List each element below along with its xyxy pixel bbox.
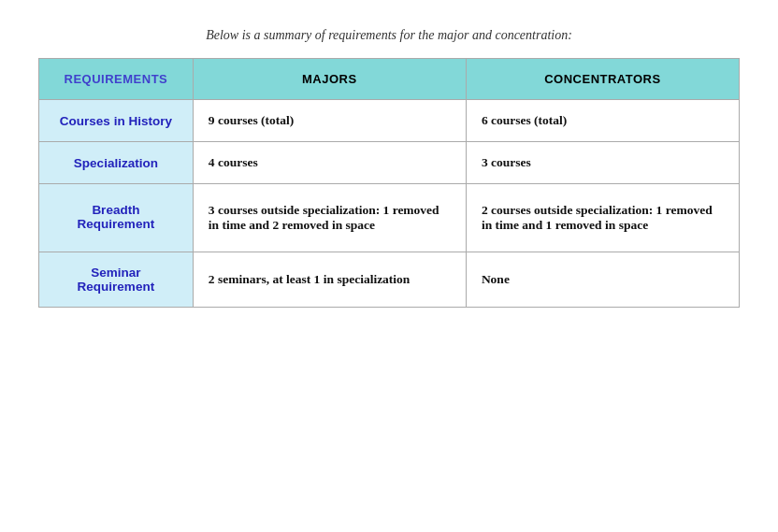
- row-label-specialization: Specialization: [39, 142, 194, 184]
- row-label-breadth: BreadthRequirement: [39, 184, 194, 252]
- row-label-courses: Courses in History: [39, 100, 194, 142]
- row-concentrators-seminar: None: [466, 252, 739, 308]
- header-requirements: REQUIREMENTS: [39, 59, 194, 100]
- row-majors-seminar: 2 seminars, at least 1 in specialization: [193, 252, 466, 308]
- header-majors: MAJORS: [193, 59, 466, 100]
- row-concentrators-breadth: 2 courses outside specialization: 1 remo…: [466, 184, 739, 252]
- row-majors-specialization: 4 courses: [193, 142, 466, 184]
- table-row: BreadthRequirement 3 courses outside spe…: [39, 184, 740, 252]
- table-row: Specialization 4 courses 3 courses: [39, 142, 740, 184]
- table-header-row: REQUIREMENTS MAJORS CONCENTRATORS: [39, 59, 740, 100]
- summary-text: Below is a summary of requirements for t…: [38, 28, 740, 43]
- table-row: Courses in History 9 courses (total) 6 c…: [39, 100, 740, 142]
- row-majors-courses: 9 courses (total): [193, 100, 466, 142]
- header-concentrators: CONCENTRATORS: [466, 59, 739, 100]
- table-row: SeminarRequirement 2 seminars, at least …: [39, 252, 740, 308]
- row-concentrators-courses: 6 courses (total): [466, 100, 739, 142]
- page-container: Below is a summary of requirements for t…: [20, 19, 758, 317]
- row-concentrators-specialization: 3 courses: [466, 142, 739, 184]
- row-majors-breadth: 3 courses outside specialization: 1 remo…: [193, 184, 466, 252]
- requirements-table: REQUIREMENTS MAJORS CONCENTRATORS Course…: [38, 58, 740, 308]
- row-label-seminar: SeminarRequirement: [39, 252, 194, 308]
